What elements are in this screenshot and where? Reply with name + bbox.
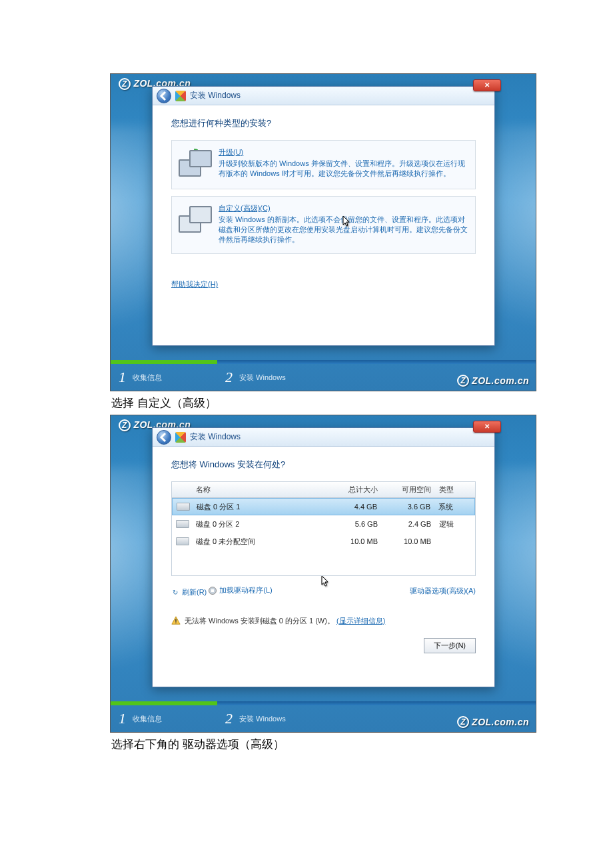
disk-icon (176, 537, 189, 545)
disk-icon (176, 520, 189, 528)
row-free: 10.0 MB (382, 535, 435, 548)
watermark-text: ZOL.com.cn (472, 717, 529, 727)
row-free: 3.6 GB (381, 500, 434, 513)
col-total: 总计大小 (328, 482, 382, 497)
col-type: 类型 (435, 482, 475, 497)
svg-rect-1 (175, 623, 176, 623)
caption-1: 选择 自定义（高级） (111, 395, 505, 411)
row-name: 磁盘 0 分区 2 (192, 517, 328, 532)
table-row[interactable]: 磁盘 0 未分配空间10.0 MB10.0 MB (172, 533, 475, 550)
page-heading: 您想将 Windows 安装在何处? (171, 459, 476, 471)
step-1: 1 收集信息 (111, 369, 217, 386)
warning-icon (171, 616, 181, 625)
row-free: 2.4 GB (382, 517, 435, 531)
windows-flag-icon (175, 91, 186, 101)
warning-text: 无法将 Windows 安装到磁盘 0 的分区 1 (W)。 (185, 617, 334, 625)
dialog-title: 安装 Windows (190, 431, 241, 443)
watermark-text: ZOL.com.cn (472, 375, 529, 386)
step-2: 2 安装 Windows (217, 710, 286, 727)
windows-flag-icon (175, 432, 186, 443)
col-free: 可用空间 (382, 482, 435, 497)
row-total: 4.4 GB (328, 500, 381, 513)
screenshot-1: Z ZOL.com.cn 安装 Windows ✕ 您想进行何种类型的安装? 升… (110, 73, 536, 391)
page-heading: 您想进行何种类型的安装? (171, 117, 476, 129)
watermark-bottom: Z ZOL.com.cn (457, 375, 529, 387)
load-driver-link[interactable]: 加载驱动程序(L) (209, 585, 272, 595)
install-dialog: 安装 Windows ✕ 您想将 Windows 安装在何处? 名称 总计大小 … (152, 427, 495, 687)
step-2-label: 安装 Windows (239, 714, 286, 724)
table-header: 名称 总计大小 可用空间 类型 (172, 482, 475, 498)
row-type (435, 539, 475, 544)
title-bar: 安装 Windows ✕ (153, 87, 494, 105)
title-bar: 安装 Windows ✕ (153, 428, 494, 447)
row-name: 磁盘 0 未分配空间 (192, 534, 328, 549)
step-1-label: 收集信息 (133, 714, 162, 724)
watermark-icon: Z (457, 716, 469, 728)
help-link[interactable]: 帮助我决定(H) (171, 279, 218, 289)
upgrade-title: 升级(U) (219, 147, 243, 157)
custom-icon (179, 203, 211, 235)
row-type: 逻辑 (435, 517, 475, 532)
upgrade-icon (179, 147, 211, 179)
back-button[interactable] (157, 430, 171, 445)
table-row[interactable]: 磁盘 0 分区 14.4 GB3.6 GB系统 (172, 498, 475, 515)
mouse-cursor (321, 575, 329, 587)
mouse-cursor (342, 215, 350, 227)
tool-row: ↻ 刷新(R) 加载驱动程序(L) 驱动器选项(高级)(A) (171, 585, 476, 600)
step-1: 1 收集信息 (111, 710, 217, 727)
custom-title: 自定义(高级)(C) (219, 203, 271, 213)
warning-row: 无法将 Windows 安装到磁盘 0 的分区 1 (W)。 (显示详细信息) (171, 616, 476, 626)
next-button[interactable]: 下一步(N) (424, 638, 476, 653)
upgrade-option[interactable]: 升级(U) 升级到较新版本的 Windows 并保留文件、设置和程序。升级选项仅… (171, 140, 476, 189)
row-total: 5.6 GB (328, 517, 382, 531)
svg-rect-0 (175, 619, 176, 621)
back-button[interactable] (157, 89, 171, 103)
upgrade-desc: 升级到较新版本的 Windows 并保留文件、设置和程序。升级选项仅在运行现有版… (219, 159, 465, 177)
step-2-label: 安装 Windows (239, 373, 286, 383)
disk-table: 名称 总计大小 可用空间 类型 磁盘 0 分区 14.4 GB3.6 GB系统磁… (171, 481, 476, 576)
step-2: 2 安装 Windows (217, 369, 286, 386)
dialog-title: 安装 Windows (190, 90, 241, 101)
screenshot-2: Z ZOL.com.cn 安装 Windows ✕ 您想将 Windows 安装… (110, 415, 536, 733)
watermark-icon: Z (119, 78, 131, 90)
watermark-icon: Z (457, 375, 469, 387)
show-detail-link[interactable]: (显示详细信息) (336, 617, 385, 625)
watermark-icon: Z (119, 419, 131, 431)
row-name: 磁盘 0 分区 1 (193, 499, 328, 515)
close-button[interactable]: ✕ (473, 421, 501, 433)
col-name: 名称 (192, 482, 328, 497)
refresh-icon: ↻ (171, 588, 179, 596)
table-row[interactable]: 磁盘 0 分区 25.6 GB2.4 GB逻辑 (172, 515, 475, 533)
caption-2: 选择右下角的 驱动器选项（高级） (111, 737, 505, 752)
install-dialog: 安装 Windows ✕ 您想进行何种类型的安装? 升级(U) 升级到较新版本的… (152, 86, 495, 346)
refresh-link[interactable]: ↻ 刷新(R) (171, 587, 207, 597)
step-1-label: 收集信息 (133, 373, 162, 383)
row-type: 系统 (434, 499, 474, 515)
custom-option[interactable]: 自定义(高级)(C) 安装 Windows 的新副本。此选项不会保留您的文件、设… (171, 196, 476, 254)
row-total: 10.0 MB (328, 535, 382, 548)
drive-options-link[interactable]: 驱动器选项(高级)(A) (410, 585, 476, 597)
close-button[interactable]: ✕ (473, 79, 501, 91)
watermark-bottom: Z ZOL.com.cn (457, 716, 529, 728)
disc-icon (209, 587, 217, 595)
disk-icon (177, 503, 190, 511)
